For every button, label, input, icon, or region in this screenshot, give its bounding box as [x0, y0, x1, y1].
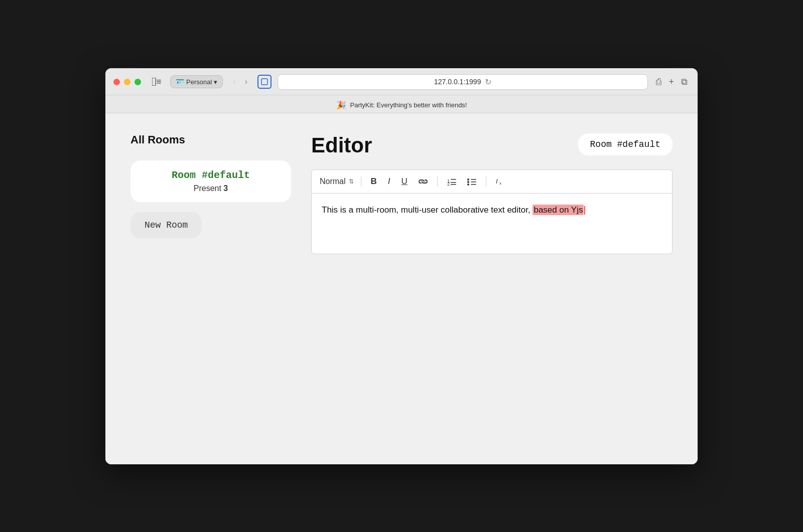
svg-rect-3	[157, 83, 161, 84]
browser-window: 🪪 Personal ▾ ‹ › 127.0.0.1:1999 ↻	[105, 68, 698, 464]
maximize-button[interactable]	[135, 79, 141, 85]
nav-buttons: ‹ ›	[229, 75, 251, 88]
format-label: Normal	[320, 177, 346, 186]
room-badge: Room #default	[578, 133, 673, 155]
page-content: All Rooms Room #default Present 3 New Ro…	[105, 113, 698, 464]
forward-button[interactable]: ›	[241, 75, 251, 88]
browser-actions: ⎙ + ⧉	[654, 75, 690, 89]
clear-format-icon: I x	[496, 178, 505, 186]
text-cursor	[584, 206, 585, 215]
minimize-button[interactable]	[124, 79, 130, 85]
profile-label: Personal	[186, 78, 212, 86]
ordered-list-icon: 1. 2.	[447, 178, 456, 186]
add-tab-button[interactable]: +	[666, 75, 676, 89]
svg-rect-1	[157, 80, 161, 81]
svg-rect-13	[471, 179, 476, 180]
italic-button[interactable]: I	[385, 175, 393, 188]
tab-title: PartyKit: Everything's better with frien…	[350, 101, 467, 109]
refresh-button[interactable]: ↻	[485, 77, 491, 87]
svg-rect-0	[152, 78, 156, 86]
tab-row: 🎉 PartyKit: Everything's better with fri…	[105, 95, 698, 113]
new-room-button[interactable]: New Room	[130, 212, 202, 238]
svg-rect-2	[157, 81, 161, 82]
svg-point-12	[467, 184, 469, 186]
sidebar-toggle-button[interactable]	[149, 76, 164, 88]
room-name: Room #default	[143, 169, 279, 181]
toolbar-divider-1	[361, 176, 361, 187]
chevron-down-icon: ▾	[214, 78, 217, 86]
svg-rect-15	[471, 184, 476, 185]
format-select[interactable]: Normal ⇅	[320, 177, 354, 186]
svg-rect-14	[471, 182, 476, 183]
unordered-list-button[interactable]	[465, 176, 479, 187]
editor-area: Editor Room #default Normal ⇅ B	[311, 133, 673, 444]
link-button[interactable]	[416, 177, 430, 186]
editor-text-before: This is a multi-room, multi-user collabo…	[322, 205, 532, 215]
browser-chrome: 🪪 Personal ▾ ‹ › 127.0.0.1:1999 ↻	[105, 68, 698, 95]
room-item-default[interactable]: Room #default Present 3	[130, 160, 291, 202]
sidebar-title: All Rooms	[130, 133, 291, 146]
tab-favicon: 🎉	[336, 100, 346, 110]
svg-rect-8	[451, 182, 456, 183]
svg-text:I: I	[496, 178, 498, 185]
url-text: 127.0.0.1:1999	[434, 78, 481, 86]
svg-text:2.: 2.	[447, 182, 451, 186]
editor-body[interactable]: This is a multi-room, multi-user collabo…	[312, 194, 672, 254]
editor-container: Normal ⇅ B I U	[311, 169, 673, 254]
editor-header: Editor Room #default	[311, 133, 673, 157]
share-button[interactable]: ⎙	[654, 75, 663, 89]
link-icon	[419, 179, 428, 185]
toolbar-divider-2	[437, 176, 438, 187]
bold-button[interactable]: B	[368, 175, 379, 188]
sidebar: All Rooms Room #default Present 3 New Ro…	[130, 133, 291, 444]
ordered-list-button[interactable]: 1. 2.	[445, 176, 459, 187]
editor-toolbar: Normal ⇅ B I U	[312, 170, 672, 194]
close-button[interactable]	[113, 79, 120, 85]
new-tab-icon	[257, 75, 272, 89]
svg-point-10	[467, 179, 469, 181]
svg-text:x: x	[499, 181, 501, 186]
room-present: Present 3	[143, 184, 279, 193]
svg-point-11	[467, 181, 469, 183]
address-bar[interactable]: 127.0.0.1:1999 ↻	[278, 74, 648, 90]
profile-icon: 🪪	[176, 78, 184, 86]
profile-button[interactable]: 🪪 Personal ▾	[170, 75, 223, 88]
underline-button[interactable]: U	[399, 175, 410, 188]
svg-rect-4	[261, 79, 267, 85]
tabs-button[interactable]: ⧉	[679, 75, 690, 89]
svg-rect-7	[451, 179, 456, 180]
active-tab[interactable]: 🎉 PartyKit: Everything's better with fri…	[336, 97, 467, 113]
traffic-lights	[113, 79, 141, 85]
editor-text-highlighted: based on Yjs	[532, 205, 584, 215]
svg-rect-9	[451, 184, 456, 185]
toolbar-divider-3	[486, 176, 486, 187]
unordered-list-icon	[467, 178, 476, 186]
format-arrows-icon: ⇅	[349, 178, 354, 185]
clear-format-button[interactable]: I x	[493, 176, 507, 187]
editor-title: Editor	[311, 133, 372, 157]
back-button[interactable]: ‹	[229, 75, 239, 88]
